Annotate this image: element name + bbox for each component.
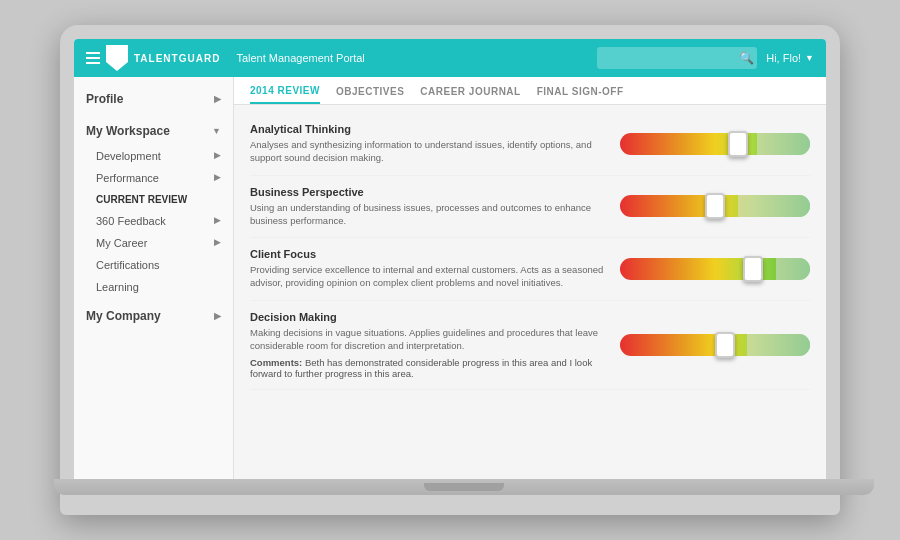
slider-track-decision: [620, 334, 810, 356]
slider-analytical[interactable]: [620, 133, 810, 155]
sidebar-item-learning[interactable]: Learning: [74, 276, 233, 298]
sidebar: Profile ▶ My Workspace ▼ Development ▶ P…: [74, 77, 234, 479]
sidebar-item-360-feedback[interactable]: 360 Feedback ▶: [74, 210, 233, 232]
sidebar-item-development[interactable]: Development ▶: [74, 145, 233, 167]
sidebar-section-company: My Company ▶: [74, 302, 233, 330]
laptop-notch: [424, 483, 504, 491]
screen: TALENTGUARD Talent Management Portal 🔍 H…: [74, 39, 826, 479]
profile-arrow: ▶: [214, 94, 221, 104]
subnav-objectives[interactable]: OBJECTIVES: [336, 86, 404, 103]
competency-info-analytical: Analytical Thinking Analyses and synthes…: [250, 123, 604, 165]
user-menu-arrow[interactable]: ▼: [805, 53, 814, 63]
company-arrow: ▶: [214, 311, 221, 321]
hamburger-menu[interactable]: [86, 52, 100, 64]
slider-overlay-client: [776, 258, 810, 280]
competency-comment-text-decision: Beth has demonstrated considerable progr…: [250, 357, 592, 379]
top-navigation: TALENTGUARD Talent Management Portal 🔍 H…: [74, 39, 826, 77]
laptop-frame: TALENTGUARD Talent Management Portal 🔍 H…: [60, 25, 840, 515]
competency-info-business: Business Perspective Using an understand…: [250, 186, 604, 228]
slider-handle-analytical[interactable]: [728, 131, 748, 157]
search-icon[interactable]: 🔍: [739, 51, 754, 65]
competency-row-decision: Decision Making Making decisions in vagu…: [250, 301, 810, 391]
logo-text: TALENTGUARD: [134, 53, 220, 64]
competency-comment-decision: Comments: Beth has demonstrated consider…: [250, 357, 604, 379]
slider-track-analytical: [620, 133, 810, 155]
subnav-career-journal[interactable]: CAREER JOURNAL: [420, 86, 520, 103]
slider-handle-business[interactable]: [705, 193, 725, 219]
competency-info-decision: Decision Making Making decisions in vagu…: [250, 311, 604, 380]
slider-client[interactable]: [620, 258, 810, 280]
sidebar-item-current-review[interactable]: CURRENT REVIEW: [74, 189, 233, 210]
competency-name-business: Business Perspective: [250, 186, 604, 198]
main-content: Profile ▶ My Workspace ▼ Development ▶ P…: [74, 77, 826, 479]
slider-business[interactable]: [620, 195, 810, 217]
slider-handle-decision[interactable]: [715, 332, 735, 358]
subnav-final-signoff[interactable]: FINAL SIGN-OFF: [537, 86, 624, 103]
slider-handle-client[interactable]: [743, 256, 763, 282]
slider-overlay-decision: [747, 334, 810, 356]
sidebar-item-certifications[interactable]: Certifications: [74, 254, 233, 276]
logo-area: TALENTGUARD: [86, 45, 220, 71]
content-area: 2014 REVIEW OBJECTIVES CAREER JOURNAL FI…: [234, 77, 826, 479]
sidebar-workspace-label: My Workspace: [86, 124, 170, 138]
sidebar-company[interactable]: My Company ▶: [74, 302, 233, 330]
competency-info-client: Client Focus Providing service excellenc…: [250, 248, 604, 290]
sidebar-profile[interactable]: Profile ▶: [74, 85, 233, 113]
shield-icon: [106, 45, 128, 71]
competency-row-analytical: Analytical Thinking Analyses and synthes…: [250, 113, 810, 176]
slider-decision[interactable]: [620, 334, 810, 356]
sidebar-profile-label: Profile: [86, 92, 123, 106]
sub-navigation: 2014 REVIEW OBJECTIVES CAREER JOURNAL FI…: [234, 77, 826, 105]
competency-row-client: Client Focus Providing service excellenc…: [250, 238, 810, 301]
workspace-arrow: ▼: [212, 126, 221, 136]
slider-overlay-analytical: [757, 133, 810, 155]
slider-overlay-business: [738, 195, 810, 217]
competency-desc-analytical: Analyses and synthesizing information to…: [250, 138, 604, 165]
competency-desc-business: Using an understanding of business issue…: [250, 201, 604, 228]
nav-user-greeting: Hi, Flo!: [766, 52, 801, 64]
competency-desc-decision: Making decisions in vague situations. Ap…: [250, 326, 604, 353]
sidebar-section-profile: Profile ▶: [74, 85, 233, 113]
laptop-base: [54, 479, 874, 495]
sidebar-section-workspace: My Workspace ▼ Development ▶ Performance…: [74, 117, 233, 298]
competency-name-analytical: Analytical Thinking: [250, 123, 604, 135]
subnav-2014-review[interactable]: 2014 REVIEW: [250, 85, 320, 104]
sidebar-item-performance[interactable]: Performance ▶: [74, 167, 233, 189]
competency-desc-client: Providing service excellence to internal…: [250, 263, 604, 290]
competency-name-client: Client Focus: [250, 248, 604, 260]
competency-row-business: Business Perspective Using an understand…: [250, 176, 810, 239]
search-input[interactable]: [597, 47, 757, 69]
slider-track-business: [620, 195, 810, 217]
sidebar-company-label: My Company: [86, 309, 161, 323]
nav-title: Talent Management Portal: [236, 52, 597, 64]
slider-track-client: [620, 258, 810, 280]
competencies-list: Analytical Thinking Analyses and synthes…: [234, 105, 826, 398]
sidebar-workspace[interactable]: My Workspace ▼: [74, 117, 233, 145]
competency-name-decision: Decision Making: [250, 311, 604, 323]
sidebar-item-my-career[interactable]: My Career ▶: [74, 232, 233, 254]
